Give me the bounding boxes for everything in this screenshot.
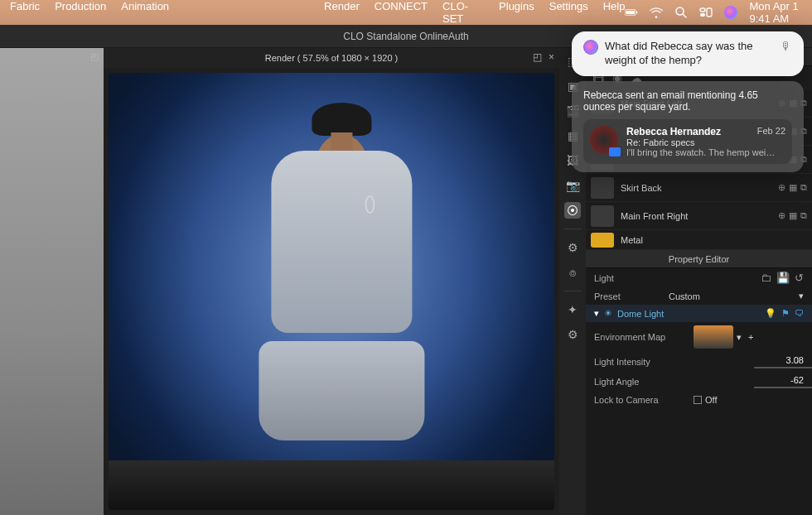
object-row[interactable]: Skirt Back ⊕▦⧉ (586, 174, 812, 202)
copy-icon[interactable]: ⧉ (800, 210, 807, 221)
grid-icon[interactable]: ▦ (789, 210, 797, 221)
intensity-label: Light Intensity (594, 357, 694, 367)
object-label: Skirt Back (621, 183, 778, 193)
avatar-figure (216, 134, 466, 493)
angle-value[interactable]: -62 (790, 375, 804, 385)
tool-capture-icon[interactable]: ⌾ (564, 264, 581, 281)
svg-rect-7 (700, 13, 705, 17)
render-title: Render ( 57.5% of 1080 × 1920 ) (265, 53, 399, 63)
wifi-icon[interactable] (650, 6, 663, 19)
svg-rect-5 (700, 8, 705, 12)
control-center-icon[interactable] (699, 6, 713, 19)
object-row[interactable]: Main Front Right ⊕▦⧉ (586, 202, 812, 230)
tool-gear2-icon[interactable]: ⚙ (564, 326, 581, 343)
tool-camera-icon[interactable]: 📷 (564, 177, 581, 194)
envmap-thumbnail[interactable] (694, 325, 733, 349)
intensity-slider[interactable] (754, 367, 812, 368)
copy-icon[interactable]: ⧉ (800, 182, 807, 193)
render-close-icon[interactable]: × (549, 51, 554, 63)
object-thumbnail (591, 205, 614, 227)
intensity-value[interactable]: 3.08 (786, 355, 804, 365)
svg-rect-2 (636, 12, 637, 14)
lock-value: Off (705, 395, 717, 405)
siri-query-bubble[interactable]: What did Rebecca say was the weight of t… (572, 31, 804, 76)
menu-plugins[interactable]: Plugins (499, 0, 534, 25)
menu-settings[interactable]: Settings (549, 0, 588, 25)
contact-avatar (590, 126, 618, 154)
object-row[interactable]: Metal (586, 230, 812, 250)
lock-label: Lock to Camera (594, 395, 694, 405)
add-icon[interactable]: ⊕ (778, 210, 785, 221)
email-preview: I'll bring the swatch. The hemp weighs..… (626, 147, 776, 157)
object-label: Metal (621, 235, 807, 245)
object-thumbnail (591, 233, 614, 248)
contact-name: Rebecca Hernandez (626, 126, 721, 137)
chevron-down-icon[interactable]: ▾ (594, 308, 599, 319)
mic-icon[interactable]: 🎙 (781, 40, 792, 53)
svg-rect-6 (707, 8, 712, 17)
svg-line-4 (683, 14, 686, 17)
svg-rect-1 (626, 11, 636, 14)
wireframe-panel[interactable]: ◰ (0, 48, 104, 515)
siri-answer-bubble: Rebecca sent an email mentioning 4.65 ou… (572, 81, 804, 172)
render-viewport[interactable] (109, 73, 554, 510)
search-icon[interactable] (674, 6, 688, 19)
tool-gear-icon[interactable]: ⚙ (564, 239, 581, 256)
envmap-label: Environment Map (594, 332, 694, 342)
sun-icon: ☀ (604, 308, 612, 319)
window-title: CLO Standalone OnlineAuth (343, 31, 468, 42)
battery-icon[interactable] (625, 6, 638, 19)
save-icon[interactable]: 💾 (776, 272, 790, 284)
tool-snapshot-icon[interactable]: ⦿ (564, 202, 581, 219)
menu-animation[interactable]: Animation (121, 0, 169, 25)
envmap-chevron-icon[interactable]: ▾ (737, 332, 742, 343)
dome-light-row[interactable]: ▾ ☀ Dome Light 💡 ⚑ 🗨 (586, 305, 812, 322)
email-date: Feb 22 (757, 126, 785, 137)
lightbulb-icon[interactable]: 💡 (765, 308, 776, 319)
angle-slider[interactable] (754, 387, 812, 388)
add-icon[interactable]: ⊕ (778, 182, 785, 193)
open-folder-icon[interactable]: 🗀 (761, 272, 771, 284)
menu-production[interactable]: Production (55, 0, 106, 25)
siri-answer-text: Rebecca sent an email mentioning 4.65 ou… (583, 89, 792, 113)
siri-email-card[interactable]: Rebecca Hernandez Feb 22 Re: Fabric spec… (583, 119, 792, 164)
envmap-add-icon[interactable]: + (748, 332, 753, 342)
preset-dropdown[interactable]: Custom (669, 291, 799, 301)
menu-fabric[interactable]: Fabric (10, 0, 40, 25)
angle-label: Light Angle (594, 377, 694, 387)
siri-icon[interactable] (724, 6, 737, 19)
lock-checkbox[interactable] (694, 396, 702, 404)
siri-overlay: What did Rebecca say was the weight of t… (572, 31, 804, 172)
siri-query-text: What did Rebecca say was the weight of t… (605, 40, 774, 68)
siri-orb-icon (583, 40, 598, 55)
grid-icon[interactable]: ▦ (789, 182, 797, 193)
property-editor-panel: Property Editor Light 🗀 💾 ↺ Preset Custo… (586, 250, 812, 515)
flag-icon[interactable]: ⚑ (781, 308, 790, 319)
email-subject: Re: Fabric specs (626, 137, 785, 147)
popout-icon[interactable]: ◰ (90, 51, 99, 62)
chat-icon[interactable]: 🗨 (795, 308, 804, 319)
property-editor-title: Property Editor (669, 254, 729, 264)
menu-closet[interactable]: CLO-SET (442, 0, 484, 25)
render-popout-icon[interactable]: ◰ (533, 51, 542, 63)
menu-help[interactable]: Help (603, 0, 626, 25)
macos-menubar: Fabric Production Animation Render CONNE… (0, 0, 812, 25)
object-label: Main Front Right (621, 211, 778, 221)
mail-badge-icon (609, 147, 621, 156)
reset-icon[interactable]: ↺ (795, 272, 804, 284)
menu-connect[interactable]: CONNECT (375, 0, 428, 25)
chevron-down-icon[interactable]: ▾ (799, 291, 804, 301)
render-panel: Render ( 57.5% of 1080 × 1920 ) ◰ × (104, 48, 559, 515)
menubar-datetime[interactable]: Mon Apr 1 9:41 AM (749, 0, 802, 25)
dome-light-label: Dome Light (617, 309, 664, 319)
tool-wand-icon[interactable]: ✦ (564, 301, 581, 318)
preset-label: Preset (594, 291, 669, 301)
menu-render[interactable]: Render (324, 0, 360, 25)
light-label: Light (594, 273, 669, 283)
object-thumbnail (591, 177, 614, 199)
